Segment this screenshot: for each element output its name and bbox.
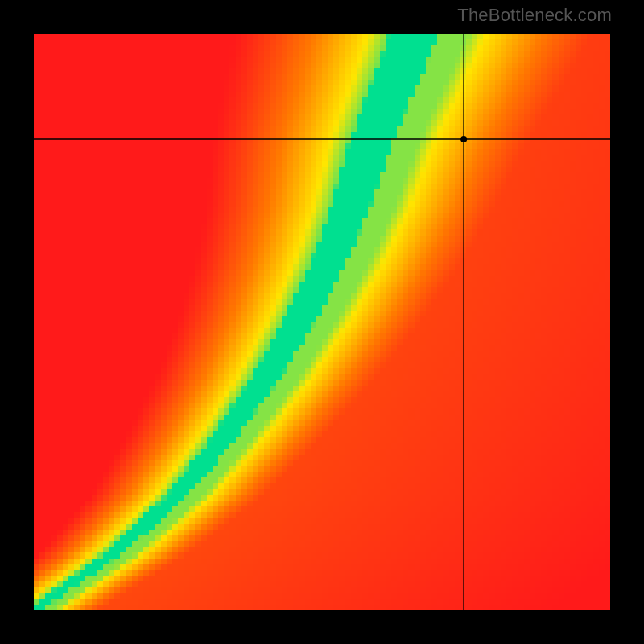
chart-container: TheBottleneck.com [0,0,644,644]
heatmap-plot [34,34,610,610]
heatmap-canvas [34,34,610,610]
attribution-text: TheBottleneck.com [457,5,612,26]
